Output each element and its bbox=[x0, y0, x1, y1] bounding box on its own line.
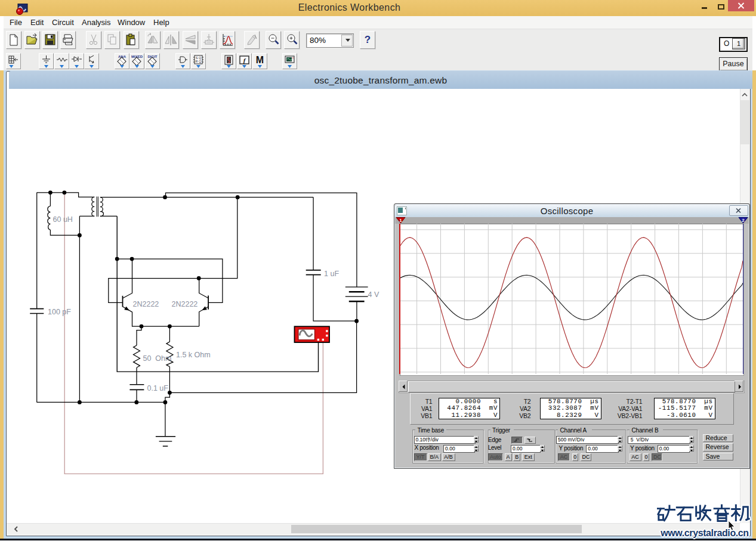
svg-text:1 uF: 1 uF bbox=[324, 270, 339, 278]
svg-text:60 uH: 60 uH bbox=[53, 215, 73, 224]
svg-text:1.5 k Ohm: 1.5 k Ohm bbox=[176, 351, 211, 359]
svg-text:2N2222: 2N2222 bbox=[172, 300, 198, 308]
svg-text:0.1 uF: 0.1 uF bbox=[147, 384, 169, 392]
svg-text:50 Ohm: 50 Ohm bbox=[143, 354, 172, 363]
svg-text:2N2222: 2N2222 bbox=[133, 300, 159, 308]
svg-text:4 V: 4 V bbox=[368, 290, 379, 299]
svg-text:100 pF: 100 pF bbox=[48, 308, 71, 316]
